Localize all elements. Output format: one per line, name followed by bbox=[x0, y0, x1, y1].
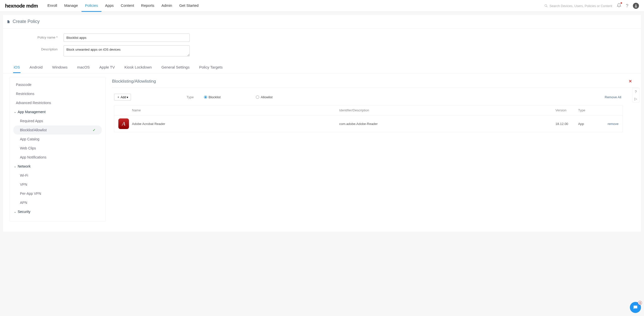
panel-title: Blocklisting/Allowlisting bbox=[112, 77, 638, 88]
tab-macos[interactable]: macOS bbox=[77, 62, 90, 73]
search-placeholder: Search Devices, Users, Policies or Conte… bbox=[549, 4, 612, 8]
svg-line-1 bbox=[547, 6, 548, 7]
document-icon bbox=[7, 20, 10, 24]
sidebar-apn[interactable]: APN bbox=[10, 198, 105, 207]
notifications-button[interactable] bbox=[617, 3, 621, 9]
radio-allowlist[interactable]: Allowlist bbox=[256, 95, 273, 99]
sidebar-app-notifications[interactable]: App Notifications bbox=[10, 153, 105, 162]
sidebar-advanced-restrictions[interactable]: Advanced Restrictions bbox=[10, 98, 105, 107]
svg-point-2 bbox=[635, 5, 637, 6]
topnav-content[interactable]: Content bbox=[117, 0, 138, 12]
type-label: Type bbox=[186, 95, 194, 99]
policy-name-input[interactable] bbox=[64, 34, 190, 42]
page-title: Create Policy bbox=[13, 19, 40, 24]
col-version: Version bbox=[555, 108, 578, 112]
tab-targets[interactable]: Policy Targets bbox=[199, 62, 223, 73]
radio-dot-icon bbox=[256, 96, 259, 99]
avatar-icon bbox=[634, 4, 638, 8]
notification-badge bbox=[621, 2, 622, 4]
panel-play-button[interactable]: ▷ bbox=[632, 95, 639, 102]
sidebar-item-label: Blocklist/Allowlist bbox=[20, 128, 47, 132]
sidebar-web-clips[interactable]: Web Clips bbox=[10, 144, 105, 153]
tab-appletv[interactable]: Apple TV bbox=[99, 62, 115, 73]
user-avatar[interactable] bbox=[633, 3, 639, 9]
app-table: Name Identifier/Description Version Type… bbox=[114, 105, 623, 132]
topnav-enroll[interactable]: Enroll bbox=[44, 0, 61, 12]
help-button[interactable]: ? bbox=[626, 3, 628, 9]
check-icon: ✓ bbox=[93, 128, 96, 132]
radio-label: Blocklist bbox=[209, 95, 221, 99]
plus-icon: ＋ bbox=[117, 95, 120, 99]
sidebar-vpn[interactable]: VPN bbox=[10, 180, 105, 189]
tab-kiosk[interactable]: Kiosk Lockdown bbox=[124, 62, 152, 73]
radio-dot-icon bbox=[204, 96, 207, 99]
sidebar-wifi[interactable]: Wi-Fi bbox=[10, 171, 105, 180]
sidebar-per-app-vpn[interactable]: Per-App VPN bbox=[10, 189, 105, 198]
col-name: Name bbox=[132, 108, 339, 112]
policy-form: Policy name * Description bbox=[3, 28, 641, 62]
tab-ios[interactable]: iOS bbox=[13, 62, 20, 73]
table-row: A Adobe Acrobat Reader com.adobe.Adobe-R… bbox=[114, 115, 623, 132]
sidebar-section-label: Security bbox=[18, 210, 31, 214]
topnav: Enroll Manage Policies Apps Content Repo… bbox=[44, 0, 202, 12]
remove-row-link[interactable]: remove bbox=[608, 122, 619, 126]
sidebar-passcode[interactable]: Passcode bbox=[10, 80, 105, 89]
search-input[interactable]: Search Devices, Users, Policies or Conte… bbox=[544, 4, 612, 8]
policy-desc-input[interactable] bbox=[64, 45, 190, 56]
remove-all-link[interactable]: Remove All bbox=[605, 95, 621, 99]
radio-blocklist[interactable]: Blocklist bbox=[204, 95, 221, 99]
policy-desc-label: Description bbox=[13, 45, 64, 51]
tab-windows[interactable]: Windows bbox=[52, 62, 68, 73]
chevron-down-icon: ⌄ bbox=[14, 110, 16, 114]
cell-type: App bbox=[578, 122, 601, 126]
sidebar-blocklist-allowlist[interactable]: Blocklist/Allowlist ✓ bbox=[13, 125, 102, 135]
topnav-admin[interactable]: Admin bbox=[158, 0, 176, 12]
page-container: Create Policy Policy name * Description … bbox=[3, 15, 641, 232]
table-header: Name Identifier/Description Version Type bbox=[114, 105, 623, 115]
sidebar-section-label: Network bbox=[18, 164, 31, 168]
panel-help-button[interactable]: ? bbox=[632, 88, 639, 95]
sidebar-section-security[interactable]: ⌄ Security bbox=[10, 207, 105, 216]
col-type: Type bbox=[578, 108, 601, 112]
cell-name: Adobe Acrobat Reader bbox=[132, 122, 339, 126]
topnav-get-started[interactable]: Get Started bbox=[176, 0, 202, 12]
controls-row: ＋ Add ▾ Type Blocklist Allowlist Remove … bbox=[112, 88, 638, 103]
tab-android[interactable]: Android bbox=[29, 62, 43, 73]
add-button[interactable]: ＋ Add ▾ bbox=[114, 94, 131, 101]
sidebar-restrictions[interactable]: Restrictions bbox=[10, 89, 105, 98]
close-panel-button[interactable]: ✕ bbox=[629, 79, 632, 84]
svg-point-0 bbox=[545, 5, 547, 7]
app-icon: A bbox=[118, 118, 129, 129]
bell-icon bbox=[617, 3, 621, 8]
sidebar-section-network[interactable]: ⌄ Network bbox=[10, 162, 105, 171]
topbar: hexnode mdm Enroll Manage Policies Apps … bbox=[0, 0, 644, 12]
topnav-manage[interactable]: Manage bbox=[61, 0, 81, 12]
add-button-label: Add bbox=[121, 96, 126, 99]
sidebar-required-apps[interactable]: Required Apps bbox=[10, 116, 105, 125]
search-icon bbox=[544, 4, 548, 8]
panel-side-tools: ? ▷ bbox=[632, 88, 639, 103]
radio-label: Allowlist bbox=[261, 95, 273, 99]
cell-version: 18.12.00 bbox=[555, 122, 578, 126]
cell-identifier: com.adobe.Adobe-Reader bbox=[339, 122, 555, 126]
main-panel: Blocklisting/Allowlisting ✕ ? ▷ ＋ Add ▾ … bbox=[105, 77, 641, 222]
page-header: Create Policy bbox=[3, 15, 641, 28]
chevron-down-icon: ⌄ bbox=[14, 210, 16, 213]
tab-general[interactable]: General Settings bbox=[161, 62, 190, 73]
platform-tabs: iOS Android Windows macOS Apple TV Kiosk… bbox=[3, 62, 641, 73]
sidebar-app-catalog[interactable]: App Catalog bbox=[10, 135, 105, 144]
policy-sidebar: Passcode Restrictions Advanced Restricti… bbox=[10, 77, 105, 222]
type-radio-group: Blocklist Allowlist bbox=[204, 95, 273, 99]
topbar-right: Search Devices, Users, Policies or Conte… bbox=[544, 3, 639, 9]
topnav-policies[interactable]: Policies bbox=[82, 0, 102, 12]
ios-content: Passcode Restrictions Advanced Restricti… bbox=[3, 73, 641, 232]
chevron-down-icon: ⌄ bbox=[14, 165, 16, 168]
topnav-reports[interactable]: Reports bbox=[138, 0, 158, 12]
caret-down-icon: ▾ bbox=[127, 96, 128, 99]
brand-logo: hexnode mdm bbox=[5, 3, 38, 9]
sidebar-section-app-management[interactable]: ⌄ App Management bbox=[10, 107, 105, 116]
policy-name-label: Policy name * bbox=[13, 34, 64, 39]
col-identifier: Identifier/Description bbox=[339, 108, 555, 112]
sidebar-section-label: App Management bbox=[18, 110, 46, 114]
topnav-apps[interactable]: Apps bbox=[101, 0, 117, 12]
